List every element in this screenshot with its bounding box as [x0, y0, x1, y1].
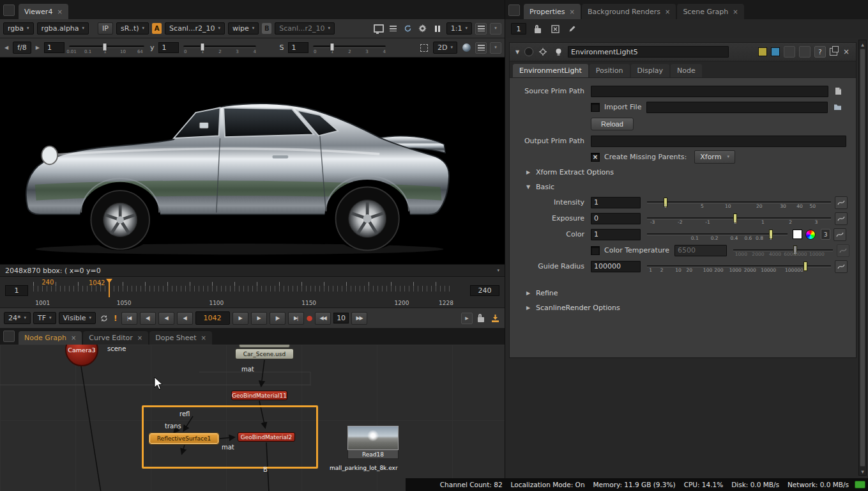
chevron-down-icon[interactable]: ▾	[497, 269, 499, 273]
edit-pencil-icon[interactable]	[567, 23, 578, 35]
panel-collapse-icon[interactable]: ▾	[490, 42, 501, 54]
scroll-down-icon[interactable]: ▼	[859, 467, 866, 475]
saturation-input[interactable]	[288, 42, 308, 53]
tab-scene-graph[interactable]: Scene Graph ×	[677, 4, 743, 19]
forward-increment-button[interactable]: ▶▶	[351, 312, 367, 325]
input-b-select[interactable]: Scanl...r2_10▾	[275, 22, 335, 35]
panel-collapse-icon[interactable]: ▾	[490, 23, 501, 35]
rewind-increment-button[interactable]: ◀◀	[315, 312, 331, 325]
pause-icon[interactable]	[432, 23, 443, 35]
clear-panels-icon[interactable]	[549, 23, 561, 35]
node-geobindmaterial2[interactable]: GeoBindMaterial2	[238, 432, 295, 442]
tab-viewer4[interactable]: Viewer4 ×	[19, 4, 68, 19]
close-icon[interactable]: ×	[137, 334, 142, 341]
views-select[interactable]: Visible▾	[59, 312, 96, 324]
gamma-input[interactable]	[158, 42, 179, 53]
play-forward-button[interactable]: ▶	[232, 312, 248, 325]
monitor-out-icon[interactable]	[373, 23, 385, 35]
tab-node[interactable]: Node	[671, 64, 702, 77]
gain-input[interactable]	[44, 42, 65, 53]
range-end-field[interactable]	[470, 285, 499, 296]
fstop-up-icon[interactable]: ▶	[34, 45, 41, 51]
float-panel-icon[interactable]	[830, 48, 837, 56]
panel-stack-icon[interactable]	[475, 42, 487, 54]
render-export-icon[interactable]	[489, 313, 501, 324]
fstop-display[interactable]: f/8	[13, 42, 31, 54]
close-icon[interactable]: ×	[57, 8, 62, 15]
pane-menu-icon[interactable]	[3, 331, 15, 342]
playhead[interactable]: 1042	[109, 281, 110, 297]
refine-group[interactable]: ▶ Refine	[510, 286, 856, 300]
flipbook-icon[interactable]: ▶	[461, 313, 473, 324]
timeline-ruler[interactable]: 240 1042 1001 1050 1100 1150 1200 1228	[33, 278, 453, 306]
scroll-up-icon[interactable]: ▲	[859, 40, 866, 48]
tab-position[interactable]: Position	[590, 64, 630, 77]
close-icon[interactable]: ×	[201, 334, 206, 341]
tab-node-graph[interactable]: Node Graph ×	[19, 331, 82, 345]
color-slider[interactable]: 0.1 0.2 0.4 0.6 0.8 1	[647, 227, 788, 242]
intensity-slider[interactable]: 1 5 10 20 30 40 50	[647, 195, 831, 210]
color-swatch[interactable]	[793, 230, 802, 239]
viewer-colorspace-select[interactable]: sR..t)▾	[116, 22, 149, 35]
tab-environmentlight[interactable]: EnvironmentLight	[513, 64, 588, 77]
node-read18[interactable]: Read18	[347, 426, 399, 459]
lightbulb-icon[interactable]	[552, 46, 564, 58]
reload-button[interactable]: Reload	[591, 118, 634, 130]
node-reflectivesurface1[interactable]: ReflectiveSurface1	[149, 433, 218, 444]
guide-radius-slider[interactable]: 1 2 10 20 100 200 1000 2000 10000 100000	[647, 259, 831, 274]
color-temperature-checkbox[interactable]	[591, 246, 600, 255]
tab-dope-sheet[interactable]: Dope Sheet ×	[149, 331, 212, 345]
close-icon[interactable]: ×	[733, 8, 738, 15]
channel-count-toggle[interactable]: 3	[821, 229, 830, 240]
source-prim-path-input[interactable]	[591, 86, 828, 97]
sphere-icon[interactable]	[461, 42, 472, 54]
animation-curve-button[interactable]	[835, 196, 848, 209]
output-prim-path-input[interactable]	[591, 136, 846, 147]
import-file-checkbox[interactable]	[591, 103, 600, 112]
animation-curve-button[interactable]	[835, 212, 848, 225]
collapse-triangle-icon[interactable]: ▼	[514, 49, 521, 55]
gl-color-swatch[interactable]	[771, 47, 780, 56]
color-temperature-input[interactable]	[674, 245, 727, 256]
step-backward-button[interactable]: ◀	[177, 312, 193, 325]
timeline-range-select[interactable]: TF▾	[33, 312, 56, 324]
lock-panels-icon[interactable]	[532, 23, 544, 35]
gamma-slider[interactable]: 0 1 2 3 4	[182, 40, 257, 56]
goto-end-button[interactable]: ▶|	[288, 312, 304, 325]
create-missing-parents-select[interactable]: Xform ▾	[694, 150, 735, 164]
scanlinerender-options-group[interactable]: ▶ ScanlineRender Options	[510, 300, 856, 315]
panel-stack-icon[interactable]	[475, 23, 487, 35]
viewer-canvas[interactable]	[0, 58, 505, 264]
alpha-channel-select[interactable]: rgba.alpha▾	[37, 22, 89, 35]
scrollbar-thumb[interactable]	[860, 49, 865, 467]
fstop-down-icon[interactable]: ◀	[3, 45, 10, 51]
exposure-slider[interactable]: -3 -2 -1 0 1 2 3	[647, 211, 831, 226]
prev-keyframe-button[interactable]: ◀|	[140, 312, 156, 325]
node-color-chip[interactable]	[524, 47, 533, 56]
roi-icon[interactable]	[418, 42, 430, 54]
panel-stack-count[interactable]	[511, 23, 526, 35]
tab-curve-editor[interactable]: Curve Editor ×	[83, 331, 148, 345]
revert-knobs-icon[interactable]	[784, 46, 795, 58]
close-icon[interactable]: ×	[570, 8, 575, 15]
script-icon[interactable]	[832, 86, 844, 97]
node-graph-canvas[interactable]: Camera3 scene Car_Scene.usd mat GeoBindM…	[0, 345, 505, 491]
fps-select[interactable]: 24*▾	[4, 312, 31, 324]
frame-increment-field[interactable]	[333, 313, 349, 323]
close-icon[interactable]: ×	[71, 334, 76, 341]
range-start-field[interactable]	[5, 285, 28, 296]
close-icon[interactable]: ×	[665, 8, 670, 15]
color-input[interactable]	[591, 229, 641, 240]
folder-icon[interactable]	[832, 102, 843, 113]
node-color-swatch[interactable]	[758, 47, 767, 56]
close-panel-icon[interactable]: ×	[841, 47, 851, 56]
refresh-icon[interactable]	[402, 23, 414, 35]
layer-select[interactable]: rgba▾	[3, 22, 34, 35]
current-frame-field[interactable]: 1042	[195, 311, 230, 325]
next-keyframe-button[interactable]: |▶	[270, 312, 286, 325]
record-icon[interactable]: ●	[307, 314, 313, 322]
play-backward-button[interactable]: ◀	[158, 312, 174, 325]
xform-extract-options-group[interactable]: ▶ Xform Extract Options	[510, 165, 856, 180]
help-button[interactable]: ?	[814, 46, 826, 58]
input-a-select[interactable]: Scanl...r2_10▾	[165, 22, 225, 35]
